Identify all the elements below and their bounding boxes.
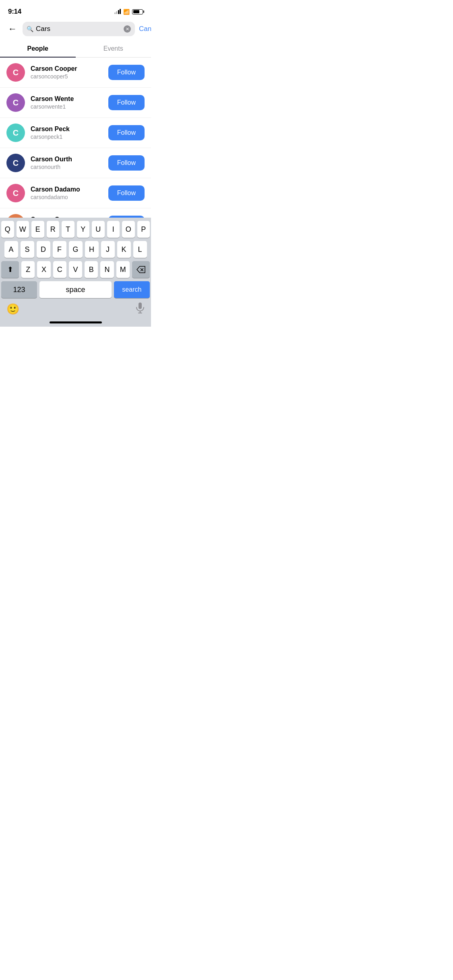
key-i[interactable]: I <box>107 221 120 238</box>
person-row: C Carson Peck carsonpeck1 Follow <box>0 118 151 148</box>
key-p[interactable]: P <box>137 221 150 238</box>
person-row: C Carson Ourth carsonourth Follow <box>0 148 151 178</box>
signal-icon <box>114 9 121 14</box>
person-username: carsonwente1 <box>31 103 108 110</box>
battery-icon <box>132 9 143 14</box>
follow-button[interactable]: Follow <box>108 185 145 201</box>
key-b[interactable]: B <box>85 261 98 278</box>
person-name: Carson Peck <box>31 126 108 133</box>
search-input[interactable] <box>36 25 121 33</box>
follow-button[interactable]: Follow <box>108 155 145 171</box>
home-indicator <box>0 319 151 327</box>
key-g[interactable]: G <box>69 241 83 258</box>
clear-button[interactable]: ✕ <box>124 25 131 33</box>
key-k[interactable]: K <box>117 241 131 258</box>
avatar: C <box>6 154 25 172</box>
key-y[interactable]: Y <box>77 221 90 238</box>
status-icons: 📶 <box>114 9 143 15</box>
person-name: Carson Wente <box>31 95 108 103</box>
keyboard-row-2: ASDFGHJKL <box>1 241 150 258</box>
person-row: C Carson Wente carsonwente1 Follow <box>0 88 151 118</box>
follow-button[interactable]: Follow <box>108 95 145 110</box>
person-username: carsondadamo <box>31 194 108 200</box>
keyboard-row-3: ⬆ ZXCVBNM <box>1 261 150 278</box>
tabs-row: People Events <box>0 40 151 58</box>
search-icon: 🔍 <box>27 26 33 32</box>
follow-button[interactable]: Follow <box>108 125 145 140</box>
cancel-button[interactable]: Cancel <box>139 25 151 33</box>
key-x[interactable]: X <box>37 261 50 278</box>
key-d[interactable]: D <box>37 241 50 258</box>
key-f[interactable]: F <box>53 241 66 258</box>
key-s[interactable]: S <box>21 241 34 258</box>
wifi-icon: 📶 <box>123 9 130 15</box>
key-c[interactable]: C <box>53 261 66 278</box>
key-v[interactable]: V <box>69 261 82 278</box>
numbers-key[interactable]: 123 <box>1 281 37 298</box>
key-n[interactable]: N <box>100 261 114 278</box>
svg-rect-2 <box>139 303 142 309</box>
person-username: carsoncooper5 <box>31 73 108 80</box>
key-t[interactable]: T <box>62 221 74 238</box>
tab-people[interactable]: People <box>0 40 76 57</box>
search-input-wrap[interactable]: 🔍 ✕ <box>23 22 135 36</box>
back-button[interactable]: ← <box>6 23 19 35</box>
person-name: Carson Dadamo <box>31 186 108 193</box>
search-key[interactable]: search <box>114 281 150 298</box>
person-username: carsonourth <box>31 164 108 170</box>
person-info: Carson Peck carsonpeck1 <box>31 126 108 140</box>
backspace-key[interactable] <box>132 261 150 278</box>
tab-events[interactable]: Events <box>76 40 151 57</box>
person-username: carsonpeck1 <box>31 134 108 140</box>
person-row: C Carson Cooper carsoncooper5 Follow <box>0 58 151 88</box>
emoji-button[interactable]: 🙂 <box>6 303 19 315</box>
key-m[interactable]: M <box>116 261 130 278</box>
shift-key[interactable]: ⬆ <box>1 261 19 278</box>
key-z[interactable]: Z <box>21 261 35 278</box>
status-bar: 9:14 📶 <box>0 0 151 18</box>
status-time: 9:14 <box>8 8 21 16</box>
key-j[interactable]: J <box>101 241 115 258</box>
avatar: C <box>6 63 25 82</box>
keyboard-row-4: 123 space search <box>1 281 150 298</box>
keyboard: QWERTYUIOP ASDFGHJKL ⬆ ZXCVBNM 123 space… <box>0 218 151 327</box>
person-name: Carson Cooper <box>31 65 108 72</box>
key-q[interactable]: Q <box>1 221 14 238</box>
key-w[interactable]: W <box>17 221 29 238</box>
key-o[interactable]: O <box>122 221 135 238</box>
key-h[interactable]: H <box>85 241 99 258</box>
person-info: Carson Ourth carsonourth <box>31 156 108 170</box>
avatar: C <box>6 124 25 142</box>
keyboard-row-1: QWERTYUIOP <box>1 221 150 238</box>
space-key[interactable]: space <box>39 281 112 298</box>
person-info: Carson Cooper carsoncooper5 <box>31 65 108 80</box>
microphone-button[interactable] <box>136 302 145 316</box>
key-e[interactable]: E <box>31 221 44 238</box>
person-info: Carson Dadamo carsondadamo <box>31 186 108 200</box>
key-u[interactable]: U <box>92 221 105 238</box>
keyboard-bottom-row: 🙂 <box>0 300 151 319</box>
key-l[interactable]: L <box>133 241 147 258</box>
person-info: Carson Wente carsonwente1 <box>31 95 108 110</box>
key-a[interactable]: A <box>4 241 18 258</box>
avatar: C <box>6 184 25 202</box>
search-bar-row: ← 🔍 ✕ Cancel <box>0 18 151 40</box>
person-row: C Carson Dadamo carsondadamo Follow <box>0 178 151 208</box>
person-name: Carson Ourth <box>31 156 108 163</box>
avatar: C <box>6 93 25 112</box>
key-r[interactable]: R <box>47 221 60 238</box>
follow-button[interactable]: Follow <box>108 65 145 80</box>
